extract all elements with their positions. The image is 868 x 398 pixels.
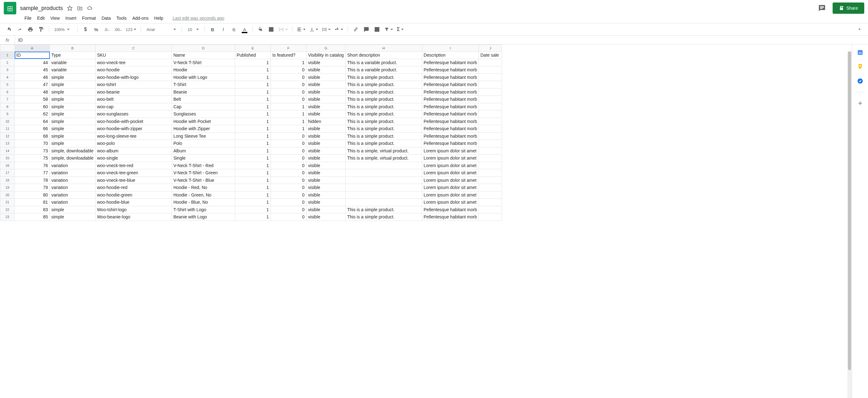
cell[interactable]: woo-beanie bbox=[95, 88, 172, 96]
cell[interactable]: Pellentesque habitant morb bbox=[422, 66, 478, 74]
cell[interactable] bbox=[479, 132, 502, 140]
cell[interactable]: woo-vneck-tee-blue bbox=[95, 176, 172, 184]
cell[interactable]: variable bbox=[50, 66, 95, 74]
menu-format[interactable]: Format bbox=[80, 14, 98, 22]
cell[interactable]: visible bbox=[306, 66, 345, 74]
cell[interactable]: Is featured? bbox=[271, 52, 306, 59]
cell[interactable]: simple bbox=[50, 213, 95, 221]
cell[interactable]: 1 bbox=[235, 132, 271, 140]
star-icon[interactable] bbox=[67, 5, 73, 11]
move-icon[interactable] bbox=[77, 5, 83, 11]
row-header[interactable]: 16 bbox=[0, 162, 15, 169]
insert-comment-button[interactable] bbox=[362, 25, 371, 34]
cell[interactable]: 45 bbox=[15, 66, 50, 74]
collapse-toolbar-button[interactable] bbox=[856, 25, 864, 34]
cell[interactable]: 0 bbox=[271, 132, 306, 140]
row-header[interactable]: 23 bbox=[0, 213, 15, 221]
cell[interactable]: simple bbox=[50, 118, 95, 125]
cell[interactable]: Cap bbox=[172, 103, 235, 110]
cell[interactable]: Beanie with Logo bbox=[172, 213, 235, 221]
cell[interactable]: 1 bbox=[271, 59, 306, 66]
menu-tools[interactable]: Tools bbox=[114, 14, 129, 22]
cell[interactable]: 80 bbox=[15, 191, 50, 199]
menu-view[interactable]: View bbox=[48, 14, 62, 22]
cell[interactable]: Pellentesque habitant morb bbox=[422, 140, 478, 147]
cell[interactable]: woo-belt bbox=[95, 96, 172, 103]
add-addon-icon[interactable] bbox=[857, 100, 864, 107]
column-header[interactable]: B bbox=[50, 45, 95, 52]
row-header[interactable]: 11 bbox=[0, 125, 15, 133]
cell[interactable]: V-Neck T-Shirt - Blue bbox=[172, 176, 235, 184]
cell[interactable]: 1 bbox=[235, 73, 271, 81]
cell[interactable]: simple bbox=[50, 110, 95, 118]
cell[interactable]: 0 bbox=[271, 169, 306, 177]
cell[interactable]: 0 bbox=[271, 199, 306, 206]
menu-edit[interactable]: Edit bbox=[35, 14, 47, 22]
row-header[interactable]: 12 bbox=[0, 132, 15, 140]
cell[interactable]: visible bbox=[306, 59, 345, 66]
cell[interactable]: visible bbox=[306, 199, 345, 206]
cell[interactable]: Hoodie - Blue, No bbox=[172, 199, 235, 206]
column-header[interactable]: I bbox=[422, 45, 478, 52]
cell[interactable]: T-Shirt bbox=[172, 81, 235, 89]
menu-file[interactable]: File bbox=[22, 14, 34, 22]
cell[interactable] bbox=[345, 191, 422, 199]
cell[interactable]: This is a simple product. bbox=[345, 118, 422, 125]
menu-data[interactable]: Data bbox=[99, 14, 113, 22]
cell[interactable]: Lorem ipsum dolor sit amet bbox=[422, 191, 478, 199]
cell[interactable]: woo-vneck-tee-red bbox=[95, 162, 172, 169]
cell[interactable]: woo-hoodie-blue bbox=[95, 199, 172, 206]
cell[interactable]: 68 bbox=[15, 132, 50, 140]
cell[interactable]: woo-cap bbox=[95, 103, 172, 110]
column-header[interactable]: G bbox=[306, 45, 345, 52]
cell[interactable]: visible bbox=[306, 169, 345, 177]
cell[interactable]: 44 bbox=[15, 59, 50, 66]
cell[interactable]: Pellentesque habitant morb bbox=[422, 96, 478, 103]
menu-insert[interactable]: Insert bbox=[63, 14, 79, 22]
menu-help[interactable]: Help bbox=[152, 14, 166, 22]
share-button[interactable]: Share bbox=[833, 2, 864, 14]
column-header[interactable]: F bbox=[271, 45, 306, 52]
cell[interactable]: 0 bbox=[271, 191, 306, 199]
cell[interactable] bbox=[479, 162, 502, 169]
cell[interactable]: 77 bbox=[15, 169, 50, 177]
row-header[interactable]: 3 bbox=[0, 66, 15, 74]
zoom-select[interactable]: 100% bbox=[52, 27, 74, 32]
cell[interactable]: This is a simple product. bbox=[345, 132, 422, 140]
cell[interactable]: 1 bbox=[235, 176, 271, 184]
cell[interactable]: woo-sunglasses bbox=[95, 110, 172, 118]
cell[interactable]: visible bbox=[306, 132, 345, 140]
cell[interactable]: Pellentesque habitant morb bbox=[422, 118, 478, 125]
cell[interactable] bbox=[479, 103, 502, 110]
cell[interactable] bbox=[479, 191, 502, 199]
cell[interactable]: Pellentesque habitant morb bbox=[422, 88, 478, 96]
cell[interactable]: simple bbox=[50, 132, 95, 140]
cell[interactable]: 1 bbox=[271, 125, 306, 133]
print-button[interactable] bbox=[26, 25, 35, 34]
cell[interactable] bbox=[479, 125, 502, 133]
cell[interactable]: 1 bbox=[235, 81, 271, 89]
cell[interactable]: This is a simple, virtual product. bbox=[345, 147, 422, 155]
cell[interactable]: 1 bbox=[235, 103, 271, 110]
filter-button[interactable] bbox=[383, 25, 394, 34]
cell[interactable] bbox=[479, 88, 502, 96]
row-header[interactable]: 2 bbox=[0, 59, 15, 66]
document-title[interactable]: sample_products bbox=[20, 5, 63, 11]
cell[interactable]: Pellentesque habitant morb bbox=[422, 73, 478, 81]
cell[interactable]: Pellentesque habitant morb bbox=[422, 206, 478, 213]
last-edit-info[interactable]: Last edit was seconds ago bbox=[173, 15, 224, 21]
cell[interactable]: 0 bbox=[271, 81, 306, 89]
cell[interactable]: 0 bbox=[271, 66, 306, 74]
cell[interactable]: Single bbox=[172, 155, 235, 162]
cell[interactable]: Hoodie with Pocket bbox=[172, 118, 235, 125]
column-header[interactable]: H bbox=[345, 45, 422, 52]
vertical-scrollbar[interactable] bbox=[848, 51, 851, 370]
row-header[interactable]: 18 bbox=[0, 176, 15, 184]
row-header[interactable]: 19 bbox=[0, 184, 15, 192]
cell[interactable]: variation bbox=[50, 162, 95, 169]
cell[interactable]: 60 bbox=[15, 103, 50, 110]
cloud-status-icon[interactable] bbox=[87, 5, 93, 11]
cell[interactable]: variation bbox=[50, 191, 95, 199]
cell[interactable]: ID bbox=[15, 52, 50, 59]
insert-chart-button[interactable] bbox=[372, 25, 382, 34]
